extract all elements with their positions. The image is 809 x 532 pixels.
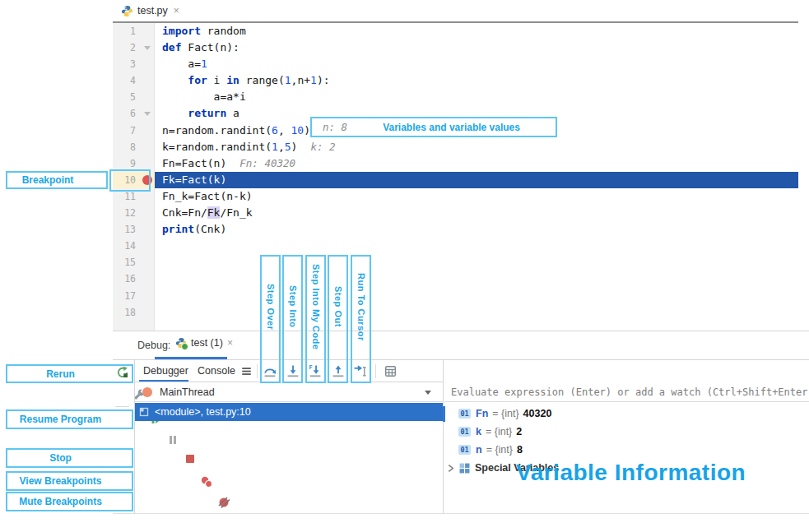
variable-rows: 01Fn= {int}4032001k= {int}201n= {int}8 [444, 405, 809, 459]
dropdown-icon[interactable] [425, 391, 431, 395]
python-run-icon [175, 337, 187, 349]
debug-session-tab[interactable]: test (1) × [175, 337, 233, 349]
stack-frame-row[interactable]: <module>, test.py:10 [135, 403, 443, 421]
debug-session-title: test (1) [191, 337, 223, 349]
stop-icon[interactable] [184, 452, 197, 465]
inline-debug-hint: n: 8 [312, 121, 347, 133]
code-line-15[interactable]: 15 [113, 254, 798, 271]
code-text: Cnk=Fn/Fk/Fn_k [155, 205, 798, 221]
editor-tab-bar: test.py × [113, 0, 798, 23]
variable-type: = {int} [486, 426, 512, 437]
code-text: print(Cnk) [155, 221, 798, 238]
active-tab-underline [139, 380, 188, 382]
panel-bottom-border [113, 513, 809, 514]
code-line-9[interactable]: 9Fn=Fact(n)Fn: 40320 [113, 155, 798, 172]
annotation-rerun: Rerun [6, 364, 133, 383]
toolbar-separator [115, 406, 129, 407]
special-variables-icon [459, 463, 470, 474]
variable-row-Fn[interactable]: 01Fn= {int}40320 [444, 405, 809, 423]
variable-type: = {int} [486, 444, 513, 456]
code-line-13[interactable]: 13print(Cnk) [113, 221, 798, 238]
selection-indicator [443, 406, 445, 422]
code-text: for i in range(1,n+1): [155, 72, 798, 89]
code-line-11[interactable]: 11Fn_k=Fact(n-k) [113, 188, 798, 205]
code-text [155, 254, 798, 271]
line-number: 7 [113, 123, 139, 139]
code-line-12[interactable]: 12Cnk=Fn/Fk/Fn_k [113, 205, 798, 221]
annotation-run-to-cursor: Run To Cursor [351, 255, 371, 383]
chevron-right-icon[interactable] [447, 464, 454, 473]
gutter-marker [139, 123, 155, 139]
annotation-step-into-my-code: Step Into My Code [305, 255, 326, 383]
thread-name: MainThread [160, 386, 425, 398]
code-text [155, 304, 798, 321]
gutter-marker [139, 89, 155, 105]
gutter-marker [139, 271, 155, 287]
gutter-marker [139, 238, 155, 254]
gutter-marker [139, 288, 155, 304]
code-text: Fn_k=Fact(n-k) [155, 188, 798, 205]
variable-name: n [476, 444, 482, 456]
annotation-step-over: Step Over [260, 255, 281, 383]
tab-debugger[interactable]: Debugger [143, 365, 188, 377]
line-number: 15 [113, 254, 139, 271]
variable-value: 2 [516, 426, 522, 437]
variable-row-n[interactable]: 01n= {int}8 [444, 441, 809, 459]
annotation-variable-values: n: 8 Variables and variable values [310, 117, 557, 137]
close-icon[interactable]: × [174, 5, 179, 16]
code-line-18[interactable]: 18 [113, 304, 798, 321]
code-line-3[interactable]: 3 a=1 [113, 56, 798, 72]
thread-icon [142, 387, 152, 397]
annotation-breakpoint-gutter-box [109, 169, 151, 192]
evaluate-expression-input[interactable] [444, 383, 809, 401]
debug-label: Debug: [137, 340, 170, 351]
gutter-marker [139, 23, 155, 39]
annotation-breakpoint: Breakpoint [6, 171, 108, 189]
code-line-2[interactable]: 2def Fact(n): [113, 39, 798, 56]
gutter-marker [139, 72, 155, 89]
annotation-view-breakpoints: View Breakpoints [6, 471, 133, 491]
code-text [155, 238, 798, 254]
tab-console[interactable]: Console [198, 365, 235, 377]
code-line-5[interactable]: 5 a=a*i [113, 89, 798, 105]
line-number: 3 [113, 56, 139, 72]
code-text [155, 271, 798, 287]
variable-value: 40320 [523, 408, 552, 419]
variable-name: k [476, 426, 481, 437]
code-line-17[interactable]: 17 [113, 288, 798, 304]
code-line-14[interactable]: 14 [113, 238, 798, 254]
variable-name: Fn [476, 408, 488, 419]
code-line-8[interactable]: 8k=random.randint(1,5)k: 2 [113, 139, 798, 155]
code-text: k=random.randint(1,5)k: 2 [155, 139, 798, 155]
menu-icon[interactable] [240, 366, 253, 377]
editor-tab-testpy[interactable]: test.py × [113, 0, 188, 21]
line-number: 16 [113, 271, 139, 287]
view-breakpoints-icon[interactable] [200, 475, 213, 488]
evaluate-calculator-icon[interactable] [384, 364, 398, 378]
evaluate-bar [444, 383, 809, 402]
gutter-marker [139, 304, 155, 321]
close-icon[interactable]: × [227, 337, 233, 349]
code-text [155, 288, 798, 304]
fold-icon[interactable] [139, 39, 155, 56]
thread-selector[interactable]: MainThread [135, 383, 443, 402]
code-line-1[interactable]: 1import random [113, 23, 798, 39]
toolbar-separator [375, 364, 376, 378]
code-line-4[interactable]: 4 for i in range(1,n+1): [113, 72, 798, 89]
annotation-resume-program: Resume Program [6, 409, 133, 429]
pycharm-debug-screenshot: test.py × 1import random2def Fact(n):3 a… [0, 0, 809, 532]
frame-location: <module>, test.py:10 [155, 406, 251, 418]
line-number: 18 [113, 304, 139, 321]
code-text: import random [155, 23, 798, 39]
code-line-10[interactable]: 10Fk=Fact(k) [113, 172, 798, 188]
code-editor: 1import random2def Fact(n):3 a=14 for i … [113, 23, 798, 321]
mute-breakpoints-icon[interactable] [217, 496, 230, 509]
line-number: 5 [113, 89, 139, 105]
code-line-16[interactable]: 16 [113, 271, 798, 287]
fold-icon[interactable] [139, 105, 155, 122]
code-text: a=1 [155, 56, 798, 72]
code-text: a=a*i [155, 89, 798, 105]
pause-icon[interactable] [166, 433, 179, 446]
variable-row-k[interactable]: 01k= {int}2 [444, 423, 809, 441]
panel-divider[interactable] [443, 360, 444, 514]
